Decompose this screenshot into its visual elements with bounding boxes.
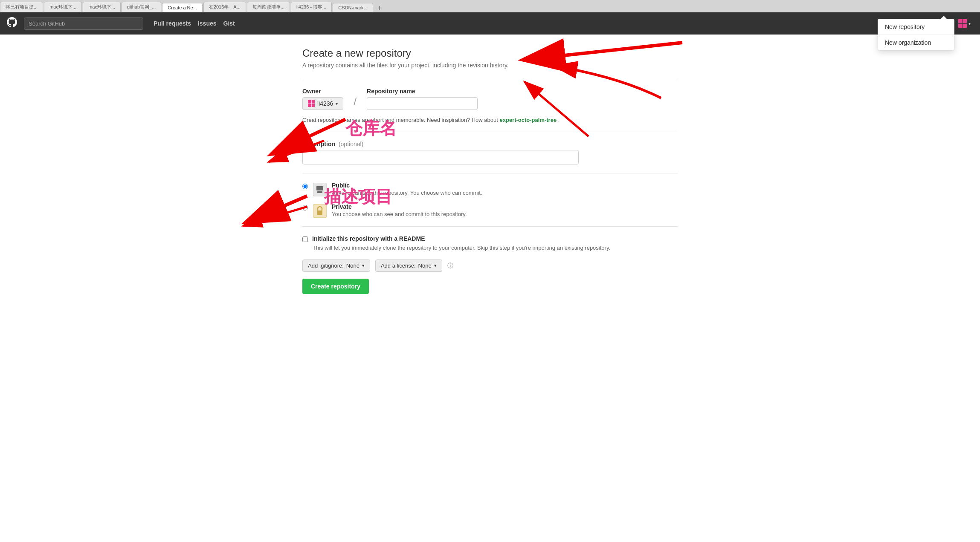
- svg-rect-4: [317, 210, 322, 215]
- browser-tab-9[interactable]: CSDN-mark...: [333, 3, 373, 12]
- main-content: Create a new repository A repository con…: [294, 35, 686, 307]
- owner-label: Owner: [302, 88, 343, 95]
- gitignore-select[interactable]: Add .gitignore: None: [302, 259, 370, 272]
- new-organization-menu-item[interactable]: New organization: [878, 35, 954, 50]
- owner-group: Owner li4236 ▾: [302, 88, 343, 110]
- browser-tab-7[interactable]: 每周阅读清单...: [247, 2, 290, 12]
- suggestion-link[interactable]: expert-octo-palm-tree: [499, 117, 557, 123]
- svg-rect-2: [317, 191, 322, 193]
- owner-chevron-icon: ▾: [336, 101, 338, 106]
- private-text: Private You choose who can see and commi…: [332, 203, 467, 217]
- user-menu-button[interactable]: ▾: [956, 17, 973, 29]
- browser-tab-4[interactable]: github官网_...: [122, 2, 161, 12]
- page-title: Create a new repository: [302, 47, 678, 59]
- nav-link-gist[interactable]: Gist: [223, 20, 235, 27]
- divider-3: [302, 173, 678, 173]
- navbar: Pull requests Issues Gist + ▾: [0, 12, 980, 35]
- page-subtitle: A repository contains all the files for …: [302, 62, 678, 69]
- readme-row: Initialize this repository with a README: [302, 235, 678, 242]
- new-tab-button[interactable]: +: [374, 4, 386, 12]
- owner-select[interactable]: li4236 ▾: [302, 97, 343, 110]
- public-radio[interactable]: [302, 184, 308, 189]
- github-logo[interactable]: [7, 17, 17, 30]
- search-bar[interactable]: [24, 17, 143, 30]
- owner-value: li4236: [317, 100, 333, 107]
- public-text: Public Anyone can see this repository. Y…: [332, 182, 482, 196]
- public-option: Public Anyone can see this repository. Y…: [302, 182, 678, 196]
- nav-link-issues[interactable]: Issues: [198, 20, 217, 27]
- nav-links: Pull requests Issues Gist: [154, 20, 235, 27]
- description-group: Description (optional): [302, 141, 678, 164]
- public-icon: [313, 183, 327, 196]
- readme-label: Initialize this repository with a README: [312, 235, 425, 242]
- owner-repo-row: Owner li4236 ▾ / Repository name: [302, 88, 678, 110]
- readme-desc: This will let you immediately clone the …: [313, 245, 678, 251]
- new-repository-menu-item[interactable]: New repository: [878, 19, 954, 35]
- private-option: Private You choose who can see and commi…: [302, 203, 678, 218]
- readme-section: Initialize this repository with a README…: [302, 235, 678, 251]
- search-input[interactable]: [24, 17, 143, 30]
- slash-separator: /: [352, 95, 358, 110]
- visibility-options: Public Anyone can see this repository. Y…: [302, 182, 678, 218]
- private-icon: [313, 204, 327, 218]
- private-radio[interactable]: [302, 205, 308, 210]
- browser-tab-8[interactable]: li4236 - 博客...: [291, 2, 332, 12]
- description-label: Description (optional): [302, 141, 678, 147]
- description-input[interactable]: [302, 150, 579, 164]
- owner-avatar: [308, 100, 315, 107]
- divider-4: [302, 226, 678, 227]
- divider-2: [302, 132, 678, 132]
- plus-dropdown-menu: New repository New organization: [878, 19, 954, 51]
- repo-hint: Great repository names are short and mem…: [302, 117, 678, 123]
- browser-tab-3[interactable]: mac环境下...: [83, 2, 121, 12]
- description-optional: (optional): [339, 141, 363, 147]
- nav-link-pull-requests[interactable]: Pull requests: [154, 20, 191, 27]
- browser-tab-6[interactable]: 在2016年，A...: [203, 2, 246, 12]
- svg-rect-1: [316, 186, 323, 190]
- user-avatar: [958, 19, 967, 28]
- info-icon[interactable]: ⓘ: [447, 262, 453, 270]
- browser-tab-1[interactable]: 将已有项目提...: [0, 2, 43, 12]
- browser-tab-2[interactable]: mac环境下...: [44, 2, 82, 12]
- repo-name-input[interactable]: [367, 97, 478, 110]
- readme-checkbox[interactable]: [302, 236, 308, 242]
- divider-1: [302, 79, 678, 79]
- browser-tabs: 将已有项目提... mac环境下... mac环境下... github官网_.…: [0, 0, 980, 12]
- create-repository-button[interactable]: Create repository: [302, 279, 369, 294]
- extra-dropdowns-row: Add .gitignore: None Add a license: None…: [302, 259, 678, 272]
- repo-name-group: Repository name: [367, 88, 478, 110]
- browser-tab-5[interactable]: Create a Ne...: [162, 3, 202, 12]
- repo-name-label: Repository name: [367, 88, 478, 95]
- license-select[interactable]: Add a license: None: [375, 259, 442, 272]
- user-menu-chevron: ▾: [968, 21, 971, 26]
